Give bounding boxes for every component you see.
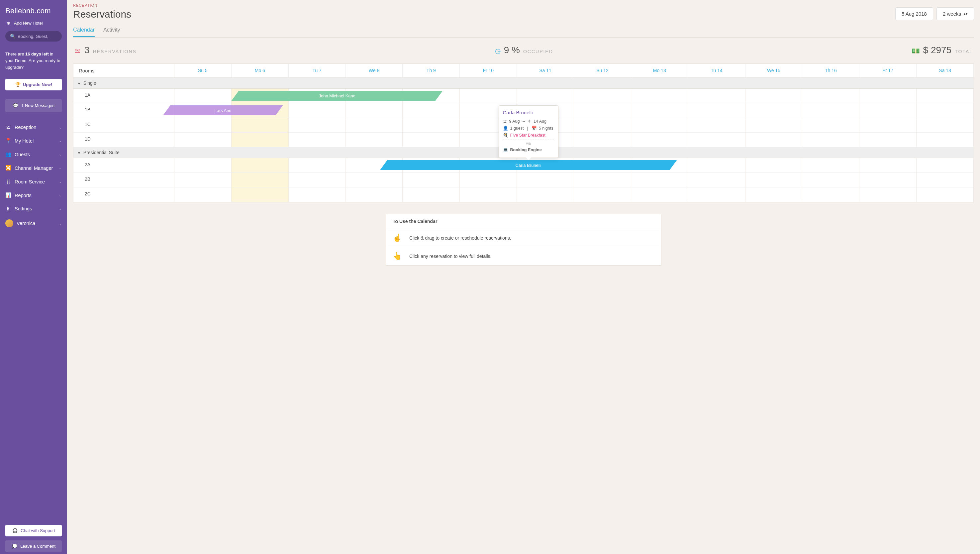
calendar-cell[interactable] [631,132,688,147]
calendar-cell[interactable] [802,173,859,187]
calendar-cell[interactable] [232,132,289,147]
range-picker[interactable]: 2 weeks ▴▾ [937,7,974,20]
calendar-cell[interactable] [232,158,289,172]
calendar-cell[interactable] [289,173,346,187]
calendar-cell[interactable] [402,132,460,147]
calendar-cell[interactable] [688,173,746,187]
calendar-cell[interactable] [746,89,803,103]
calendar-cell[interactable] [232,173,289,187]
calendar-cell[interactable] [631,173,688,187]
calendar-cell[interactable] [916,103,974,118]
calendar-cell[interactable] [460,89,517,103]
calendar-cell[interactable] [174,132,232,147]
nav-room-service[interactable]: 🍴 Room Service ⌄ [0,175,67,188]
add-hotel-link[interactable]: ⊕ Add New Hotel [0,20,67,30]
calendar-cell[interactable] [402,118,460,132]
day-header[interactable]: Sa 11 [517,64,574,78]
day-header[interactable]: Sa 18 [916,64,974,78]
calendar-cell[interactable] [688,158,746,172]
calendar-cell[interactable] [346,132,403,147]
calendar-cell[interactable] [916,132,974,147]
room-slots[interactable]: John Michael Kane [174,89,974,103]
calendar-cell[interactable] [402,173,460,187]
calendar-cell[interactable] [574,118,631,132]
calendar-cell[interactable] [631,188,688,202]
calendar-cell[interactable] [688,188,746,202]
calendar-cell[interactable] [688,132,746,147]
room-slots[interactable]: Carla BrunelliCarla Brunelli🛎9 Aug→✈14 A… [174,158,974,172]
messages-button[interactable]: 💬 1 New Messages [5,99,62,112]
day-header[interactable]: Th 16 [802,64,859,78]
calendar-cell[interactable] [574,188,631,202]
day-header[interactable]: Mo 6 [232,64,289,78]
calendar-cell[interactable] [289,188,346,202]
calendar-cell[interactable] [631,103,688,118]
calendar-cell[interactable] [859,118,916,132]
day-header[interactable]: Fr 17 [859,64,916,78]
calendar-cell[interactable] [289,118,346,132]
calendar-cell[interactable] [859,132,916,147]
date-picker[interactable]: 5 Aug 2018 [895,7,933,20]
calendar-cell[interactable] [746,103,803,118]
calendar-cell[interactable] [916,118,974,132]
calendar-cell[interactable] [859,188,916,202]
calendar-cell[interactable] [859,173,916,187]
calendar-cell[interactable] [859,158,916,172]
upgrade-button[interactable]: 🏆 Upgrade Now! [5,79,62,91]
calendar-cell[interactable] [746,173,803,187]
room-slots[interactable] [174,188,974,202]
calendar-cell[interactable] [631,89,688,103]
calendar-cell[interactable] [574,132,631,147]
calendar-cell[interactable] [460,173,517,187]
calendar-cell[interactable] [174,89,232,103]
nav-reception[interactable]: 🛎 Reception ⌄ [0,121,67,134]
reservation-bar[interactable]: John Michael Kane [232,91,443,101]
calendar-cell[interactable] [402,103,460,118]
calendar-cell[interactable] [631,118,688,132]
tab-calendar[interactable]: Calendar [73,27,95,37]
calendar-cell[interactable] [802,132,859,147]
calendar-cell[interactable] [517,173,574,187]
calendar-cell[interactable] [402,188,460,202]
calendar-cell[interactable] [916,89,974,103]
day-header[interactable]: Tu 7 [289,64,346,78]
calendar-cell[interactable] [802,118,859,132]
calendar-cell[interactable] [346,173,403,187]
nav-reports[interactable]: 📊 Reports ⌄ [0,188,67,202]
calendar-cell[interactable] [802,188,859,202]
calendar-cell[interactable] [517,89,574,103]
calendar-cell[interactable] [460,188,517,202]
calendar-cell[interactable] [916,173,974,187]
reservation-bar[interactable]: Lars And [163,105,283,115]
day-header[interactable]: Su 12 [574,64,631,78]
search-input-wrap[interactable]: 🔍 [5,31,62,41]
room-slots[interactable] [174,118,974,132]
calendar-cell[interactable] [289,158,346,172]
nav-channel-manager[interactable]: 🔀 Channel Manager ⌄ [0,161,67,175]
search-input[interactable] [18,34,57,39]
room-slots[interactable] [174,173,974,187]
calendar-cell[interactable] [346,103,403,118]
calendar-cell[interactable] [746,132,803,147]
day-header[interactable]: Su 5 [174,64,232,78]
nav-settings[interactable]: 🎚 Settings ⌄ [0,202,67,215]
room-slots[interactable]: Lars And [174,103,974,118]
calendar-cell[interactable] [574,89,631,103]
leave-comment-button[interactable]: 💭 Leave a Comment [5,540,62,552]
calendar-cell[interactable] [174,118,232,132]
calendar-cell[interactable] [916,158,974,172]
calendar-cell[interactable] [859,103,916,118]
reservation-bar[interactable]: Carla Brunelli [380,160,677,170]
day-header[interactable]: Tu 14 [688,64,746,78]
room-group-header[interactable]: ▼ Single [73,78,974,89]
calendar-cell[interactable] [174,173,232,187]
calendar-cell[interactable] [574,173,631,187]
day-header[interactable]: We 15 [746,64,803,78]
calendar-cell[interactable] [232,188,289,202]
calendar-cell[interactable] [916,188,974,202]
calendar-cell[interactable] [688,89,746,103]
day-header[interactable]: Fr 10 [460,64,517,78]
nav-user[interactable]: Veronica ⌄ [0,215,67,231]
calendar-cell[interactable] [746,188,803,202]
calendar-cell[interactable] [859,89,916,103]
